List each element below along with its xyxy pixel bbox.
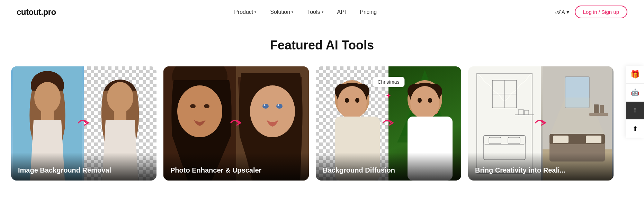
svg-point-14 <box>250 85 295 137</box>
main-content: Featured AI Tools <box>0 24 644 187</box>
gift-button[interactable]: 🎁 <box>626 66 644 84</box>
svg-point-6 <box>107 82 133 113</box>
svg-rect-69 <box>589 113 608 116</box>
translate-icon: 𝒜 <box>555 8 560 16</box>
svg-point-25 <box>355 98 359 103</box>
language-button[interactable]: 𝒜 A ▾ <box>555 8 569 16</box>
svg-point-12 <box>204 104 209 108</box>
nav-api[interactable]: API <box>332 6 352 18</box>
svg-point-41 <box>410 86 439 119</box>
svg-rect-4 <box>41 111 54 121</box>
svg-rect-54 <box>508 137 520 144</box>
svg-point-23 <box>338 86 367 119</box>
lang-chevron-icon: ▾ <box>566 9 569 15</box>
nav-links: Product ▾ Solution ▾ Tools ▾ API Pricing <box>229 6 382 18</box>
sidebar-float: 🎁 🤖 ! ⬆ <box>626 66 644 138</box>
card3-label: Background Diffusion <box>316 153 461 181</box>
nav-right: 𝒜 A ▾ Log in / Sign up <box>555 6 627 18</box>
card-creativity[interactable]: Bring Creativity into Reali... <box>468 66 614 181</box>
svg-line-50 <box>504 73 532 101</box>
christmas-badge: Christmas <box>372 77 404 87</box>
product-chevron-icon: ▾ <box>254 10 256 14</box>
card-bg-removal[interactable]: Image Background Removal <box>11 66 156 181</box>
svg-point-3 <box>34 82 61 113</box>
svg-point-10 <box>177 85 222 137</box>
svg-rect-53 <box>489 137 501 144</box>
svg-point-16 <box>276 104 283 109</box>
svg-point-17 <box>264 104 266 106</box>
svg-point-11 <box>190 104 196 108</box>
avatar-button[interactable]: 🤖 <box>626 84 644 102</box>
cards-row: Image Background Removal <box>0 66 644 181</box>
card-photo-enhancer[interactable]: Photo Enhancer & Upscaler <box>163 66 309 181</box>
svg-rect-67 <box>553 136 569 143</box>
svg-point-18 <box>278 104 279 106</box>
plus-icon: + <box>386 91 391 100</box>
logo[interactable]: cutout.pro <box>17 7 56 17</box>
section-title: Featured AI Tools <box>0 38 644 53</box>
svg-rect-59 <box>518 110 524 115</box>
alert-button[interactable]: ! <box>626 102 644 120</box>
card-bg-diffusion[interactable]: Christmas + Background Diffusion <box>316 66 461 181</box>
svg-rect-7 <box>114 111 126 121</box>
svg-point-15 <box>262 104 269 109</box>
card1-label: Image Background Removal <box>11 153 156 181</box>
svg-rect-68 <box>586 136 601 143</box>
tools-chevron-icon: ▾ <box>322 10 323 14</box>
nav-product[interactable]: Product ▾ <box>229 6 262 18</box>
svg-rect-70 <box>594 104 599 113</box>
solution-chevron-icon: ▾ <box>292 10 293 14</box>
nav-tools[interactable]: Tools ▾ <box>302 6 329 18</box>
svg-rect-52 <box>484 136 525 144</box>
svg-line-49 <box>477 73 504 101</box>
nav-pricing[interactable]: Pricing <box>354 6 382 18</box>
svg-point-43 <box>428 98 432 103</box>
card4-label: Bring Creativity into Reali... <box>468 153 614 181</box>
svg-rect-71 <box>600 105 604 113</box>
svg-point-42 <box>418 98 422 103</box>
upload-button[interactable]: ⬆ <box>626 120 644 138</box>
svg-rect-60 <box>525 110 529 115</box>
login-button[interactable]: Log in / Sign up <box>575 6 627 18</box>
nav-solution[interactable]: Solution ▾ <box>265 6 299 18</box>
navbar: cutout.pro Product ▾ Solution ▾ Tools ▾ … <box>0 0 644 24</box>
card2-label: Photo Enhancer & Upscaler <box>163 153 309 181</box>
svg-point-24 <box>345 98 349 103</box>
